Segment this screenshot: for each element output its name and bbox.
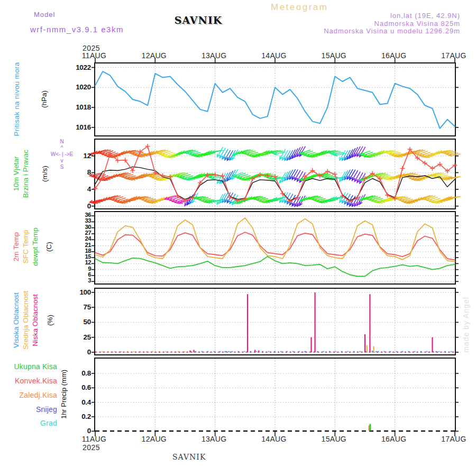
precip-ytick: 0.6 [68,383,91,391]
cloud-ytick: 0 [68,348,91,356]
pressure-ytick: 1016 [68,123,91,131]
cloud-ytick: 75 [68,303,91,311]
elevation-text: Nadmorska Visina 825m [324,20,460,28]
wind-direction-arrow [449,176,461,179]
wind-axis-title-2: Brzina i Pravac [22,140,30,208]
model-elevation-text: Nadmorska Visina u modelu 1296.29m [324,28,460,35]
temp-ytick: 24 [68,235,91,242]
month-label-top: 11AUG [77,51,111,60]
wind-ytick: 0 [68,202,91,210]
precip-bar-ukupna [369,424,371,431]
month-label-bottom: 11AUG [77,435,111,443]
month-label-bottom: 17AUG [437,435,471,443]
pressure-ytick: 1018 [68,103,91,111]
month-label-bottom: 14AUG [257,435,291,443]
panel-precip [94,358,456,432]
model-name: wrf-nmm_v3.9.1 e3km [30,25,124,34]
panel-pressure [94,62,456,136]
cloud-ytick: 100 [68,288,91,296]
precip-legend-total: Ukupna Kisa [2,362,57,371]
cloud-ytick: 25 [68,333,91,341]
cloud-axis-title-low: Niska Oblacnost [31,281,39,360]
precip-legend-stratiform: Zaledj.Kisa [2,391,57,399]
month-label-top: 14AUG [257,51,291,60]
month-label-top: 15AUG [317,51,351,60]
month-label-bottom: 16AUG [377,435,411,443]
pressure-axis-unit: (hPa) [40,84,48,115]
pressure-plot [95,63,455,135]
month-label-top: 16AUG [377,51,411,60]
cloud-axis-unit: (%) [46,310,54,331]
year-label-bottom: 2025 [83,443,100,452]
cloud-plot [95,289,455,354]
temp-ytick: 36 [68,212,91,218]
month-label-bottom: 12AUG [137,435,171,443]
wind-direction-arrow [334,153,346,156]
temp-ytick: 18 [68,248,91,254]
cloud-axis-title-high: Visoka Oblacnost [12,279,20,362]
temp-ytick: 27 [68,230,91,236]
wind-ytick: 4 [68,185,91,193]
precip-legend-snow: Snijeg [2,405,57,414]
wind-direction-arrow [417,151,428,155]
meteogram-watermark-title: Meteogram [271,2,328,13]
precip-legend-hail: Grad [2,419,57,427]
temp-axis-unit: (C) [45,236,53,258]
panel-cloud [94,288,456,355]
month-label-top: 12AUG [137,51,171,60]
precip-ytick: 0.4 [68,398,91,406]
wind-direction-arrow [449,196,461,199]
panel-temp [94,211,456,285]
month-label-top: 17AUG [437,51,471,60]
lonlat-text: lon,lat (19E, 42.9N) [324,12,460,20]
author-watermark: made by Angel [462,282,470,368]
temp-axis-title-2m: 2m Temp [12,222,20,272]
panel-wind [94,139,456,209]
page-title: SAVNIK [143,14,254,26]
month-label-bottom: 15AUG [317,435,351,443]
precip-ytick: 0 [68,427,91,435]
compass-up-arrow: ^ [45,145,78,151]
month-label-bottom: 13AUG [197,435,231,443]
wind-ytick: 8 [68,168,91,176]
pressure-axis-title: Pritisak na nivou mora [13,54,21,145]
meteogram-page: Meteogram Model wrf-nmm_v3.9.1 e3km SAVN… [0,0,476,476]
temp-axis-title-dew: dewpt Temp [31,218,39,276]
precip-legend-convective: Konvek.Kisa [2,377,57,385]
temp-ytick: 33 [68,217,91,224]
pressure-ytick: 1020 [68,83,91,91]
precip-plot [95,359,455,432]
temp-ytick: 15 [68,253,91,260]
temp-ytick: 9 [68,266,91,272]
temp-ytick: 12 [68,259,91,266]
wind-axis-title-1: 10m Vjetar [12,142,20,206]
temp-ytick: 30 [68,224,91,230]
cloud-ytick: 50 [68,318,91,326]
temp-plot [95,212,455,283]
model-label: Model [34,11,55,19]
t2m-line [95,232,455,260]
temp-axis-title-sfc: SFC Temp [22,221,30,273]
wind-ytick: 12 [68,152,91,160]
month-label-top: 13AUG [197,51,231,60]
temp-ytick: 3 [68,277,91,283]
precip-ytick: 0.2 [68,413,91,420]
precip-ytick: 0.8 [68,369,91,377]
compass-n: N [45,139,78,145]
location-info: lon,lat (19E, 42.9N) Nadmorska Visina 82… [324,12,460,35]
cloud-axis-title-mid: Srednja Oblacnost [22,278,30,363]
temp-ytick: 6 [68,271,91,278]
wind-plot [95,140,455,208]
precip-axis-unit: 1hr Precip (mm) [60,360,68,429]
footer-station-label: SAVNIK [172,453,206,461]
pressure-ytick: 1022 [68,63,91,71]
temp-ytick: 21 [68,242,91,248]
